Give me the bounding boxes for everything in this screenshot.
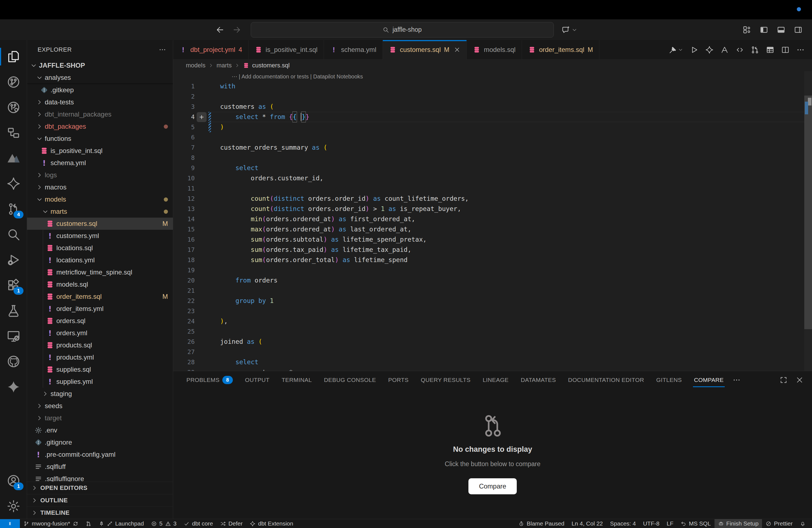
editor-scrollbar[interactable] [804, 71, 812, 371]
panel-tab-compare[interactable]: COMPARE [689, 371, 729, 389]
dbt-action-button[interactable] [705, 46, 714, 54]
sidebar-section-open-editors[interactable]: OPEN EDITORS [27, 482, 173, 494]
tab-models-sql[interactable]: models.sql [467, 40, 522, 59]
code-line-16[interactable]: 16 sum(orders.subtotal) as lifetime_spen… [173, 234, 812, 245]
status-cursor-position[interactable]: Ln 4, Col 22 [568, 519, 607, 528]
status-indentation[interactable]: Spaces: 4 [607, 519, 639, 528]
tree-item-products-yml[interactable]: !products.yml [27, 351, 173, 363]
status-notifications[interactable] [796, 519, 809, 528]
code-line-21[interactable]: 21 [173, 285, 812, 296]
tree-item-functions[interactable]: functions [27, 133, 173, 145]
tree-item-orders-sql[interactable]: orders.sql [27, 315, 173, 327]
activity-item-dbt-solid[interactable] [0, 374, 27, 400]
code-line-11[interactable]: 11 [173, 184, 812, 194]
tree-item-order-items-sql[interactable]: order_items.sqlM [27, 291, 173, 303]
tree-item-sqlfluff[interactable]: .sqlfluff [27, 460, 173, 473]
scrollbar-thumb[interactable] [804, 96, 812, 329]
tree-item-logs[interactable]: logs [27, 169, 173, 181]
activity-item-explorer[interactable] [0, 44, 27, 69]
panel-tab-query-results[interactable]: QUERY RESULTS [416, 371, 475, 389]
activity-item-commit-graph[interactable]: 4 [0, 196, 27, 222]
panel-tab-debug-console[interactable]: DEBUG CONSOLE [319, 371, 381, 389]
code-line-9[interactable]: 9 select [173, 163, 812, 173]
tree-item-marts[interactable]: marts [27, 205, 173, 218]
code-line-12[interactable]: 12 count(distinct orders.order_id) as co… [173, 194, 812, 204]
activity-item-flowchart-view[interactable] [0, 120, 27, 146]
code-line-28[interactable]: 28 select [173, 357, 812, 367]
forward-arrow-icon[interactable] [232, 25, 242, 34]
command-center-search[interactable]: jaffle-shop [251, 22, 554, 38]
activity-item-run-debug[interactable] [0, 247, 27, 273]
tree-item-dbt-internal-packages[interactable]: dbt_internal_packages [27, 108, 173, 120]
panel-tab-datamates[interactable]: DATAMATES [516, 371, 561, 389]
code-line-20[interactable]: 20 from orders [173, 275, 812, 285]
status-launchpad[interactable]: Launchpad [95, 519, 147, 528]
tree-item-customers-sql[interactable]: customers.sqlM [27, 218, 173, 230]
activity-item-testing[interactable] [0, 298, 27, 323]
activity-item-datamates-logo[interactable] [0, 146, 27, 171]
panel-tab-output[interactable]: OUTPUT [240, 371, 275, 389]
code-line-8[interactable]: 8 [173, 153, 812, 163]
copilot-menu[interactable] [562, 25, 578, 34]
customize-layout-icon[interactable] [742, 25, 751, 34]
code-line-24[interactable]: 24), [173, 316, 812, 326]
compare-button[interactable]: Compare [468, 478, 517, 494]
code-line-10[interactable]: 10 orders.customer_id, [173, 173, 812, 184]
codelens-actions[interactable]: ⋯ | Add documentation or tests | Datapil… [232, 72, 812, 80]
tree-item-supplies-yml[interactable]: !supplies.yml [27, 376, 173, 388]
build-dbt-button[interactable] [669, 46, 683, 54]
activity-item-source-control-alt[interactable] [0, 95, 27, 120]
tree-item-gitignore[interactable]: .gitignore [27, 436, 173, 449]
views-and-more-actions-icon[interactable] [159, 46, 166, 54]
code-line-17[interactable]: 17 sum(orders.tax_paid) as lifetime_tax_… [173, 245, 812, 255]
tree-item-products-sql[interactable]: products.sql [27, 339, 173, 351]
status-blame-status[interactable]: Blame Paused [515, 519, 568, 528]
status-language-mode[interactable]: MS SQL [677, 519, 714, 528]
panel-tab-gitlens[interactable]: GITLENS [651, 371, 687, 389]
tree-item-jaffle-shop[interactable]: JAFFLE-SHOP [27, 59, 173, 72]
activity-item-dbt-power-user[interactable] [0, 171, 27, 196]
tree-item-locations-yml[interactable]: !locations.yml [27, 254, 173, 266]
code-line-18[interactable]: 18 sum(orders.order_total) as lifetime_s… [173, 255, 812, 265]
tree-item-models[interactable]: models [27, 193, 173, 205]
panel-tab-terminal[interactable]: TERMINAL [277, 371, 317, 389]
code-line-1[interactable]: 1with [173, 81, 812, 91]
status-dbt-extension[interactable]: dbt Extension [246, 519, 296, 528]
code-line-13[interactable]: 13 count(distinct orders.order_id) > 1 a… [173, 204, 812, 214]
status-encoding[interactable]: UTF-8 [639, 519, 663, 528]
status-eol[interactable]: LF [663, 519, 677, 528]
status-commit-graph-status[interactable] [82, 519, 95, 528]
tree-item-gitkeep[interactable]: .gitkeep [27, 84, 173, 96]
status-remote-indicator[interactable] [0, 519, 20, 528]
tab-dbt-project-yml[interactable]: !dbt_project.yml4 [173, 40, 249, 59]
tree-item-seeds[interactable]: seeds [27, 400, 173, 412]
code-line-27[interactable]: 27 [173, 347, 812, 357]
breadcrumb-file[interactable]: customers.sql [252, 62, 290, 69]
sidebar-section-outline[interactable]: OUTLINE [27, 494, 173, 507]
tree-item-staging[interactable]: staging [27, 388, 173, 400]
toggle-sidebar-icon[interactable] [759, 25, 768, 34]
status-dbt-core[interactable]: dbt core [180, 519, 217, 528]
panel-tab-documentation-editor[interactable]: DOCUMENTATION EDITOR [563, 371, 649, 389]
code-editor[interactable]: ⋯ | Add documentation or tests | Datapil… [173, 71, 812, 371]
breadcrumb-part[interactable]: models [186, 62, 205, 69]
code-line-4[interactable]: 4+ select * from {{ }} [173, 112, 812, 122]
tree-item-supplies-sql[interactable]: supplies.sql [27, 363, 173, 376]
tree-item-models-sql[interactable]: models.sql [27, 278, 173, 291]
status-problems-summary[interactable]: 53 [147, 519, 180, 528]
activity-item-accounts[interactable]: 1 [0, 468, 27, 494]
query-results-button[interactable] [766, 46, 774, 54]
tree-item-order-items-yml[interactable]: !order_items.yml [27, 303, 173, 315]
activity-item-github[interactable] [0, 349, 27, 374]
code-line-2[interactable]: 2 [173, 91, 812, 102]
code-line-22[interactable]: 22 group by 1 [173, 296, 812, 306]
status-prettier[interactable]: Prettier [762, 519, 796, 528]
panel-tab-ports[interactable]: PORTS [383, 371, 414, 389]
tree-item-schema-yml[interactable]: !schema.yml [27, 157, 173, 169]
tree-item-is-positive-int-sql[interactable]: is_positive_int.sql [27, 145, 173, 157]
activity-item-source-control-circle[interactable] [0, 69, 27, 95]
code-line-19[interactable]: 19 [173, 265, 812, 275]
sidebar-section-timeline[interactable]: TIMELINE [27, 507, 173, 519]
activity-item-settings[interactable] [0, 494, 27, 519]
tab-customers-sql[interactable]: customers.sqlM [383, 40, 467, 60]
